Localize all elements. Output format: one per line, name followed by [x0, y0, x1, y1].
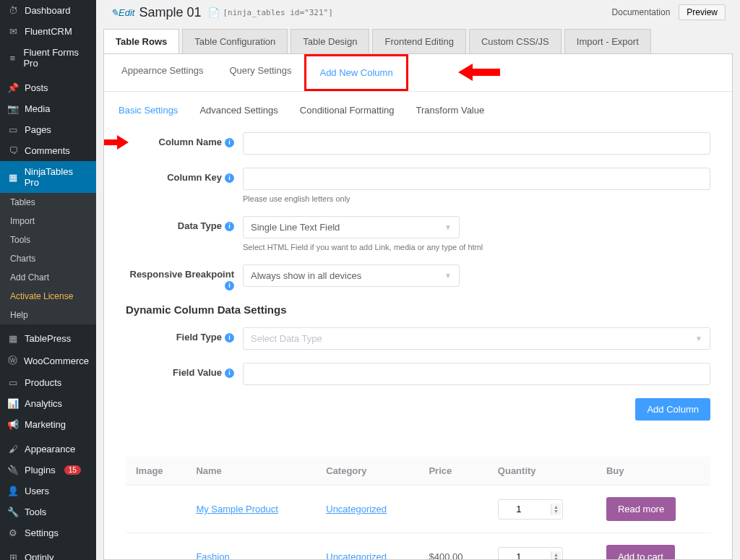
product-link[interactable]: Fashion [196, 551, 229, 560]
info-icon[interactable]: i [225, 281, 234, 290]
documentation-link[interactable]: Documentation [612, 7, 671, 17]
tab-table-design[interactable]: Table Design [291, 29, 369, 53]
sidebar-item-marketing[interactable]: 📢Marketing [0, 414, 96, 435]
edit-link[interactable]: ✎Edit [111, 7, 134, 18]
sidebar-item-products[interactable]: ▭Products [0, 372, 96, 393]
cell-price [418, 486, 487, 533]
sidebar-item-tools[interactable]: 🔧Tools [0, 501, 96, 522]
data-type-label: Data Typei [126, 216, 243, 231]
sidebar-sub-activate[interactable]: Activate License [0, 287, 96, 306]
sidebar-item-settings[interactable]: ⚙Settings [0, 522, 96, 543]
sidebar-label: Dashboard [25, 5, 71, 16]
sub-tabs: Basic Settings Advanced Settings Conditi… [104, 92, 732, 125]
add-column-button[interactable]: Add Column [635, 398, 710, 421]
sidebar-item-pages[interactable]: ▭Pages [0, 119, 96, 140]
admin-sidebar: ⏱Dashboard ✉FluentCRM ≡Fluent Forms Pro … [0, 0, 96, 560]
quantity-stepper[interactable]: ▲▼ [498, 547, 563, 560]
brush-icon: 🖌 [7, 444, 19, 455]
qty-value[interactable] [504, 551, 533, 560]
sidebar-item-tablepress[interactable]: ▦TablePress [0, 328, 96, 349]
plug-icon: 🔌 [7, 465, 19, 475]
field-value-input[interactable] [243, 363, 710, 385]
sidebar-item-comments[interactable]: 🗨Comments [0, 140, 96, 161]
sidebar-label: Optinly [25, 552, 53, 560]
subtab-conditional[interactable]: Conditional Formatting [300, 105, 395, 116]
info-icon[interactable]: i [225, 138, 234, 147]
tab-import-export[interactable]: Import - Export [564, 29, 651, 53]
column-name-input[interactable] [243, 132, 710, 155]
shortcode-text: [ninja_tables id="321"] [223, 8, 332, 17]
qty-value[interactable] [504, 504, 533, 514]
field-type-label: Field Typei [126, 327, 243, 343]
add-to-cart-button[interactable]: Add to cart [606, 545, 675, 560]
tab-add-new-column[interactable]: Add New Column [304, 54, 408, 91]
cell-image [126, 533, 186, 560]
box-icon: ▭ [7, 377, 19, 388]
sidebar-item-media[interactable]: 📷Media [0, 98, 96, 119]
subtab-advanced[interactable]: Advanced Settings [199, 105, 278, 116]
preview-button[interactable]: Preview [679, 4, 726, 20]
sidebar-item-woocommerce[interactable]: ⓦWooCommerce [0, 349, 96, 372]
sidebar-label: Tools [25, 507, 46, 517]
sidebar-label: Products [25, 377, 61, 388]
sidebar-sub-addchart[interactable]: Add Chart [0, 268, 96, 287]
th-image[interactable]: Image [126, 457, 186, 486]
th-name[interactable]: Name [186, 457, 316, 486]
th-quantity[interactable]: Quantity [488, 457, 596, 486]
sidebar-label: Posts [25, 82, 48, 93]
sidebar-sub-tables[interactable]: Tables [0, 193, 96, 212]
sidebar-item-optinly[interactable]: ⊞Optinly [0, 547, 96, 560]
tab-custom-css[interactable]: Custom CSS/JS [469, 29, 562, 53]
sidebar-sub-tools[interactable]: Tools [0, 231, 96, 249]
gear-icon: ⚙ [7, 527, 19, 538]
data-type-select[interactable]: Single Line Text Field▼ [243, 216, 460, 238]
info-icon[interactable]: i [225, 333, 234, 343]
sidebar-item-dashboard[interactable]: ⏱Dashboard [0, 0, 96, 21]
sidebar-sub-charts[interactable]: Charts [0, 249, 96, 268]
tab-query-settings[interactable]: Query Settings [216, 54, 304, 91]
subtab-transform[interactable]: Transform Value [416, 105, 485, 116]
tab-table-config[interactable]: Table Configuration [182, 29, 288, 53]
read-more-button[interactable]: Read more [606, 497, 676, 521]
info-icon[interactable]: i [225, 173, 234, 183]
sidebar-item-fluentforms[interactable]: ≡Fluent Forms Pro [0, 42, 96, 74]
spinner-icon[interactable]: ▲▼ [551, 551, 561, 560]
sidebar-item-users[interactable]: 👤Users [0, 481, 96, 501]
field-type-select[interactable]: Select Data Type▼ [243, 327, 710, 350]
sidebar-label: FluentCRM [25, 26, 72, 37]
copy-icon[interactable]: 📄 [208, 7, 220, 18]
category-link[interactable]: Uncategorized [326, 551, 387, 560]
category-link[interactable]: Uncategorized [326, 504, 387, 514]
data-type-help: Select HTML Field if you want to add Lin… [243, 243, 710, 251]
sidebar-item-analytics[interactable]: 📊Analytics [0, 393, 96, 414]
sidebar-item-plugins[interactable]: 🔌Plugins15 [0, 460, 96, 481]
sidebar-sub-import[interactable]: Import [0, 212, 96, 231]
responsive-select[interactable]: Always show in all devices▼ [243, 264, 460, 287]
inner-tabs: Appearnce Settings Query Settings Add Ne… [104, 54, 732, 92]
th-buy[interactable]: Buy [596, 457, 710, 486]
cell-price: $400.00 [418, 533, 487, 560]
tab-appearance-settings[interactable]: Appearnce Settings [108, 54, 216, 91]
info-icon[interactable]: i [225, 222, 234, 231]
responsive-label: Responsive Breakpointi [126, 264, 243, 290]
product-link[interactable]: My Sample Product [196, 504, 278, 514]
info-icon[interactable]: i [225, 369, 234, 378]
column-key-input[interactable] [243, 168, 710, 190]
quantity-stepper[interactable]: ▲▼ [498, 499, 563, 520]
column-key-help: Please use english letters only [243, 194, 710, 203]
dynamic-section-title: Dynamic Column Data Settings [126, 303, 710, 316]
sidebar-item-appearance[interactable]: 🖌Appearance [0, 439, 96, 460]
th-category[interactable]: Category [316, 457, 418, 486]
plugin-count-badge: 15 [64, 465, 81, 475]
th-price[interactable]: Price [418, 457, 487, 486]
tab-frontend-editing[interactable]: Frontend Editing [372, 29, 465, 53]
sidebar-item-posts[interactable]: 📌Posts [0, 77, 96, 98]
tab-table-rows[interactable]: Table Rows [103, 29, 179, 53]
subtab-basic[interactable]: Basic Settings [119, 105, 178, 116]
spinner-icon[interactable]: ▲▼ [551, 504, 561, 515]
sidebar-item-fluentcrm[interactable]: ✉FluentCRM [0, 21, 96, 42]
sidebar-sub-help[interactable]: Help [0, 306, 96, 324]
megaphone-icon: 📢 [7, 419, 19, 430]
data-table: Image Name Category Price Quantity Buy M… [126, 457, 710, 560]
sidebar-item-ninjatables[interactable]: ▦NinjaTables Pro [0, 161, 96, 193]
